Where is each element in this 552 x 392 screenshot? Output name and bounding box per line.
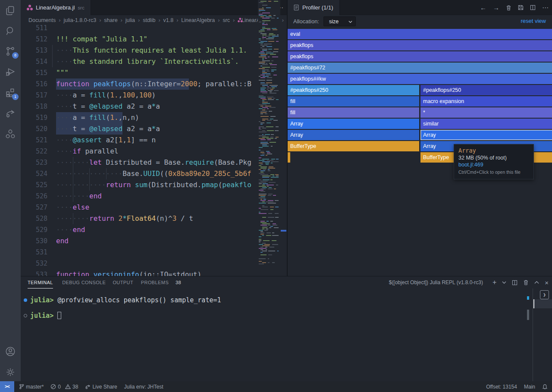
editor-tab-bar: LinearAlgebra.jl src ⋯	[21, 0, 287, 15]
flame-cell[interactable]: *	[420, 107, 552, 118]
code-line[interactable]: 524················Base.UUID((0x8ba89e20…	[21, 168, 258, 179]
flame-cell[interactable]: peakflops	[288, 40, 552, 50]
code-line[interactable]: 514····the standard library `Interactive…	[21, 56, 258, 67]
flame-cell[interactable]: Array	[420, 130, 552, 140]
line-number: 515	[21, 67, 47, 78]
code-text: ····end	[56, 224, 85, 235]
code-line[interactable]: 527····else	[21, 202, 258, 213]
notifications-bell-icon[interactable]	[542, 384, 548, 390]
flame-cell[interactable]: fill	[288, 107, 419, 118]
code-line[interactable]: 518····t = @elapsed a2 = a*a	[21, 101, 258, 112]
line-number: 511	[21, 22, 47, 34]
extensions-icon[interactable]: 1	[5, 87, 16, 98]
panel-header: TERMINALDEBUG CONSOLEOUTPUTPROBLEMS38 $(…	[21, 276, 552, 289]
problems-item[interactable]: 0 38	[50, 384, 78, 390]
code-text: ········end	[56, 191, 102, 202]
offset-item[interactable]: Offset: 13154	[486, 384, 517, 390]
remote-indicator[interactable]: ><	[0, 381, 14, 392]
nav-forward-icon[interactable]: →	[493, 4, 499, 11]
run-debug-icon[interactable]	[5, 66, 16, 78]
flame-cell[interactable]: #peakflops#72	[288, 63, 552, 73]
kill-terminal-icon[interactable]	[523, 279, 529, 285]
code-line[interactable]: 520····t = @elapsed a2 = a*a	[21, 123, 258, 135]
line-number: 512	[21, 34, 47, 45]
code-line[interactable]: 515"""	[21, 67, 258, 78]
nav-back-icon[interactable]: ←	[480, 4, 486, 11]
line-number: 516	[21, 78, 47, 90]
close-panel-icon[interactable]: ×	[545, 279, 549, 286]
new-terminal-icon[interactable]: +	[492, 279, 496, 286]
code-line[interactable]: 516function peakflops(n::Integer=2000; p…	[21, 78, 258, 90]
terminal-list-item-icon[interactable]: ❯	[540, 290, 549, 299]
julia-env-item[interactable]: Julia env: JHTest	[124, 384, 163, 390]
source-control-icon[interactable]: 8	[5, 46, 16, 57]
extensions-badge: 1	[12, 94, 19, 100]
code-line[interactable]: 519····a = fill(1.,n,n)	[21, 112, 258, 123]
search-icon[interactable]	[5, 25, 16, 37]
code-line[interactable]: 528········return 2*Float64(n)^3 / t	[21, 213, 258, 224]
line-number: 529	[21, 224, 47, 235]
code-line[interactable]: 525············return sum(Distributed.pm…	[21, 179, 258, 191]
terminal-scroll-decoration-blue	[527, 296, 529, 300]
account-icon[interactable]	[5, 346, 16, 357]
command-success-dot	[24, 298, 27, 302]
flame-cell[interactable]: Array	[288, 130, 419, 140]
panel-tab-terminal[interactable]: TERMINAL	[28, 276, 53, 289]
code-line[interactable]: 526········end	[21, 191, 258, 202]
command-pending-dot	[24, 314, 27, 317]
reset-view-link[interactable]: reset view	[521, 18, 546, 24]
terminal-list-selected-row[interactable]	[533, 299, 552, 308]
repl-line: julia>	[30, 312, 61, 320]
split-editor-icon[interactable]	[530, 5, 536, 10]
julia-icon[interactable]	[5, 129, 16, 140]
trash-icon[interactable]	[506, 5, 511, 11]
tab-linearalgebra[interactable]: LinearAlgebra.jl src	[21, 0, 91, 15]
code-line[interactable]: 533function versioninfo(io::IO=stdout)	[21, 269, 258, 276]
minimap[interactable]	[258, 0, 280, 276]
flame-cell[interactable]: peakflops	[288, 51, 552, 62]
live-share-icon[interactable]	[5, 108, 16, 119]
flame-cell[interactable]: similar	[420, 119, 552, 129]
code-text: """	[56, 67, 69, 78]
git-branch-item[interactable]: master*	[19, 384, 44, 390]
code-line[interactable]: 532	[21, 258, 258, 269]
code-area[interactable]: 511512!!! compat "Julia 1.1"513····This …	[21, 22, 258, 276]
code-line[interactable]: 523········let Distributed = Base.requir…	[21, 157, 258, 168]
live-share-item[interactable]: Live Share	[85, 384, 117, 390]
code-line[interactable]: 529····end	[21, 224, 258, 235]
panel-tab-debug-console[interactable]: DEBUG CONSOLE	[62, 276, 106, 289]
code-line[interactable]: 522····if parallel	[21, 146, 258, 157]
flame-cell[interactable]: eval	[288, 29, 552, 39]
split-terminal-icon[interactable]	[512, 280, 518, 285]
settings-gear-icon[interactable]	[5, 367, 16, 378]
code-line[interactable]: 517····a = fill(1.,100,100)	[21, 90, 258, 101]
tab-profiler[interactable]: Profiler (1/1)	[288, 0, 340, 15]
flame-cell[interactable]: macro expansion	[420, 96, 552, 107]
problems-count-badge: 38	[176, 276, 181, 289]
code-line[interactable]: 511	[21, 22, 258, 34]
flame-cell[interactable]: #peakflops#250	[420, 85, 552, 95]
code-line[interactable]: 531	[21, 247, 258, 258]
flame-cell[interactable]	[288, 152, 290, 163]
flame-cell[interactable]: BufferType	[288, 141, 419, 151]
code-line[interactable]: 513····This function requires at least J…	[21, 45, 258, 56]
editor-scrollbar[interactable]	[280, 0, 287, 276]
more-actions-icon[interactable]: ⋯	[542, 4, 549, 12]
tooltip-file-link[interactable]: boot.jl:469	[458, 162, 529, 168]
code-line[interactable]: 521····@assert a2[1,1] == n	[21, 135, 258, 146]
explorer-icon[interactable]	[5, 5, 16, 16]
panel-tab-problems[interactable]: PROBLEMS	[141, 276, 169, 289]
terminal-dropdown-icon[interactable]	[502, 280, 506, 285]
flame-cell[interactable]: fill	[288, 96, 419, 107]
code-line[interactable]: 512!!! compat "Julia 1.1"	[21, 34, 258, 45]
panel-tab-output[interactable]: OUTPUT	[113, 276, 133, 289]
maximize-panel-icon[interactable]	[534, 280, 539, 285]
flame-cell[interactable]: peakflops##kw	[288, 74, 552, 84]
allocation-select[interactable]: size	[323, 16, 356, 26]
flame-cell[interactable]: Array	[288, 119, 419, 129]
save-icon[interactable]	[518, 5, 524, 10]
code-line[interactable]: 530end	[21, 235, 258, 247]
main-item[interactable]: Main	[524, 384, 535, 390]
branch-icon	[19, 384, 24, 389]
flame-cell[interactable]: #peakflops#250	[288, 85, 419, 95]
